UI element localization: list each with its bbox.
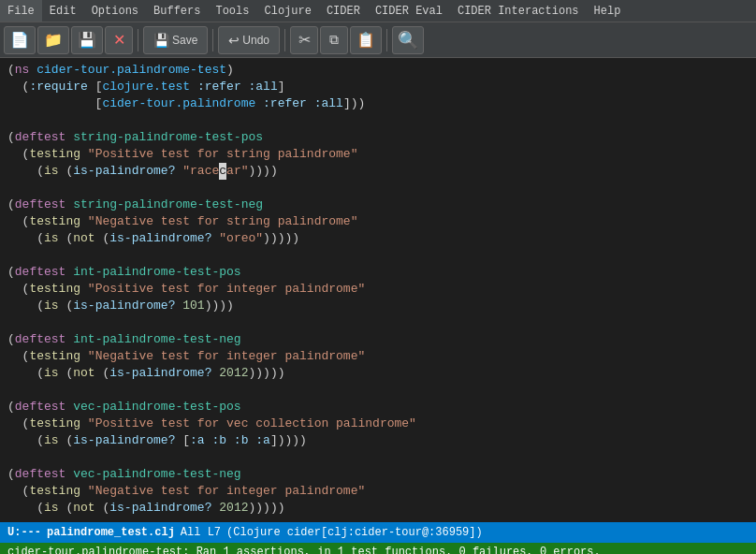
toolbar-separator-2	[212, 29, 213, 51]
code-editor[interactable]: (ns cider-tour.palindrome-test) (:requir…	[0, 58, 756, 522]
undo-label: Undo	[242, 34, 269, 47]
code-line-5: (deftest string-palindrome-test-pos	[0, 129, 756, 146]
new-file-button[interactable]: 📄	[4, 26, 36, 54]
statusbar-info: All L7	[181, 526, 221, 539]
paste-button[interactable]: 📋	[350, 26, 382, 54]
code-line-blank-6	[0, 449, 756, 466]
editor-mode: U:---	[7, 526, 41, 539]
save-named-label: Save	[172, 34, 197, 47]
save-named-button[interactable]: 💾 Save	[143, 26, 208, 54]
cut-button[interactable]: ✂	[290, 26, 318, 54]
copy-icon: ⧉	[329, 32, 339, 48]
toolbar-separator-3	[284, 29, 285, 51]
code-line-blank-4	[0, 314, 756, 331]
menu-tools[interactable]: Tools	[208, 0, 256, 22]
menu-buffers[interactable]: Buffers	[146, 0, 208, 22]
toolbar-separator-4	[386, 29, 387, 51]
code-line-blank-5	[0, 382, 756, 399]
toolbar: 📄 📁 💾 ✕ 💾 Save ↩ Undo ✂ ⧉ 📋 🔍	[0, 22, 756, 58]
toolbar-separator-1	[138, 29, 138, 51]
menu-cider-interactions[interactable]: CIDER Interactions	[450, 0, 587, 22]
code-line-15: (is (is-palindrome? 101))))	[0, 298, 756, 314]
search-icon: 🔍	[398, 30, 418, 51]
menu-edit[interactable]: Edit	[42, 0, 84, 22]
save-file-icon: 💾	[78, 31, 96, 49]
menu-options[interactable]: Options	[84, 0, 146, 22]
code-line-2: (:require [clojure.test :refer :all]	[0, 79, 756, 95]
cut-icon: ✂	[298, 31, 311, 49]
close-file-button[interactable]: ✕	[105, 26, 133, 54]
code-line-27: (is (not (is-palindrome? 2012)))))	[0, 500, 756, 517]
code-line-4	[0, 112, 756, 129]
open-file-button[interactable]: 📁	[37, 26, 69, 54]
code-line-blank-2	[0, 180, 756, 197]
message-text: cider-tour.palindrome-test: Ran 1 assert…	[7, 546, 601, 554]
statusbar: U:--- palindrome_test.clj All L7 (Clojur…	[0, 522, 756, 543]
code-line-25: (deftest vec-palindrome-test-neg	[0, 466, 756, 483]
code-line-18: (testing "Negative test for integer pali…	[0, 348, 756, 365]
save-named-icon: 💾	[153, 33, 169, 48]
message-bar: cider-tour.palindrome-test: Ran 1 assert…	[0, 543, 756, 554]
code-line-9: (deftest string-palindrome-test-neg	[0, 197, 756, 213]
code-line-7: (is (is-palindrome? "racecar"))))	[0, 163, 756, 180]
code-line-1: (ns cider-tour.palindrome-test)	[0, 62, 756, 79]
code-line-23: (is (is-palindrome? [:a :b :b :a]))))	[0, 432, 756, 449]
code-line-11: (is (not (is-palindrome? "oreo")))))	[0, 230, 756, 247]
undo-button[interactable]: ↩ Undo	[218, 26, 280, 54]
code-line-blank-7	[0, 517, 756, 522]
undo-icon: ↩	[228, 33, 240, 48]
menu-help[interactable]: Help	[587, 0, 629, 22]
code-line-21: (deftest vec-palindrome-test-pos	[0, 399, 756, 416]
code-line-26: (testing "Negative test for integer pali…	[0, 483, 756, 500]
code-line-10: (testing "Negative test for string palin…	[0, 213, 756, 230]
statusbar-filename: palindrome_test.clj	[47, 526, 175, 539]
close-file-icon: ✕	[113, 31, 125, 49]
menu-file[interactable]: File	[0, 0, 42, 22]
code-line-6: (testing "Positive test for string palin…	[0, 146, 756, 163]
code-line-17: (deftest int-palindrome-test-neg	[0, 331, 756, 348]
code-line-14: (testing "Positive test for integer pali…	[0, 281, 756, 298]
code-line-13: (deftest int-palindrome-test-pos	[0, 264, 756, 281]
code-line-19: (is (not (is-palindrome? 2012)))))	[0, 365, 756, 382]
statusbar-repl: (Clojure cider[clj:cider-tour@:36959])	[226, 526, 483, 539]
menu-cider[interactable]: CIDER	[319, 0, 368, 22]
copy-button[interactable]: ⧉	[320, 26, 348, 54]
code-line-blank-3	[0, 247, 756, 264]
menubar: File Edit Options Buffers Tools Clojure …	[0, 0, 756, 22]
new-file-icon: 📄	[10, 31, 29, 49]
menu-cider-eval[interactable]: CIDER Eval	[368, 0, 450, 22]
save-file-button[interactable]: 💾	[71, 26, 103, 54]
paste-icon: 📋	[356, 31, 375, 49]
search-button[interactable]: 🔍	[392, 26, 424, 54]
code-line-3: [cider-tour.palindrome :refer :all]))	[0, 95, 756, 112]
menu-clojure[interactable]: Clojure	[256, 0, 318, 22]
code-line-22: (testing "Positive test for vec collecti…	[0, 416, 756, 432]
open-file-icon: 📁	[44, 31, 63, 49]
